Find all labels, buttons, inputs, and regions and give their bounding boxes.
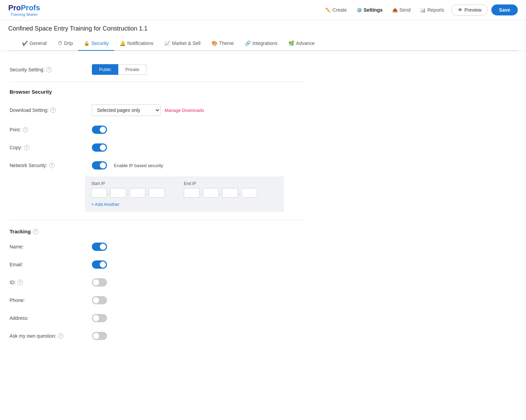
logo-subtitle: Training Maker [8,12,40,16]
end-ip-1[interactable] [184,188,200,198]
security-setting-label: Security Setting: ? [10,67,85,72]
save-button[interactable]: Save [491,4,518,15]
start-ip-3[interactable] [130,188,145,198]
copy-toggle[interactable] [92,143,107,152]
tracking-address-label: Address: [10,315,85,321]
tab-advance[interactable]: 🌿 Advance [283,36,320,51]
print-row: Print: ? [10,121,306,139]
tracking-ask-label: Ask my own question: ? [10,333,85,339]
tracking-email-label: Email: [10,262,85,267]
tracking-title: Tracking [10,229,31,234]
drip-icon: ⏱ [58,40,62,46]
tab-notifications[interactable]: 🔔 Notifications [114,36,159,51]
end-ip-inputs: . . . [184,188,263,198]
print-control [92,126,107,134]
main-content: Security Setting: ? Public Private Brows… [0,51,315,353]
ask-toggle[interactable] [92,332,107,340]
id-help-icon[interactable]: ? [17,280,23,285]
id-toggle[interactable] [92,278,107,287]
gear-icon: ⚙️ [357,8,362,13]
end-ip-2[interactable] [203,188,219,198]
nav-reports-label: Reports [427,7,444,13]
tab-theme[interactable]: 🎨 Theme [206,36,240,51]
tracking-email-row: Email: [10,256,306,273]
tracking-ask-row: Ask my own question: ? [10,327,306,345]
security-setting-help-icon[interactable]: ? [46,67,52,72]
tracking-id-control [92,278,107,287]
preview-button[interactable]: 👁 Preview [451,4,488,15]
tracking-phone-control [92,296,107,304]
tab-market-sell-label: Market & Sell [172,40,200,46]
ip-box: Start IP . . . End IP . [85,176,284,212]
nav-create[interactable]: ✏️ Create [325,7,347,13]
browser-security-section: Browser Security Download Setting: ? Sel… [10,84,306,214]
security-setting-row: Security Setting: ? Public Private [10,59,306,80]
tab-integrations-label: Integrations [252,40,277,46]
print-help-icon[interactable]: ? [23,127,28,132]
name-toggle[interactable] [92,243,107,251]
email-toggle[interactable] [92,260,107,269]
tab-security[interactable]: 🔒 Security [78,36,114,51]
manage-downloads-link[interactable]: Manage Downloads [165,108,204,113]
logo-text: ProProfs [8,3,40,12]
network-help-icon[interactable]: ? [49,163,55,168]
copy-control [92,143,107,152]
add-another-link[interactable]: + Add Another [91,202,119,207]
name-slider [92,243,107,251]
nav-create-label: Create [333,7,347,13]
start-ip-2[interactable] [110,188,126,198]
private-button[interactable]: Private [118,64,146,75]
phone-slider [92,296,107,304]
tracking-email-control [92,260,107,269]
start-ip-label: Start IP [91,181,170,186]
tracking-phone-label: Phone: [10,298,85,303]
reports-icon: 📊 [420,8,426,13]
copy-slider [92,143,107,152]
download-setting-select[interactable]: Selected pages only All pages No downloa… [92,104,160,116]
copy-row: Copy: ? [10,139,306,156]
tracking-help-icon[interactable]: ? [33,229,38,234]
logo-pro2: Profs [21,3,40,12]
tracking-header: Tracking ? [10,222,306,238]
tab-general-label: General [29,40,47,46]
save-label: Save [499,7,510,13]
tracking-ask-control [92,332,107,340]
download-setting-control: Selected pages only All pages No downloa… [92,104,204,116]
print-toggle[interactable] [92,126,107,134]
end-ip-label: End IP [184,181,263,186]
phone-toggle[interactable] [92,296,107,304]
eye-icon: 👁 [458,7,463,13]
nav-reports[interactable]: 📊 Reports [420,7,444,13]
end-ip-3[interactable] [222,188,238,198]
ask-help-icon[interactable]: ? [58,333,63,339]
network-security-slider [92,161,107,170]
browser-security-title: Browser Security [10,89,306,95]
end-ip-4[interactable] [241,188,257,198]
download-help-icon[interactable]: ? [50,107,56,113]
nav-send[interactable]: 📤 Send [392,7,411,13]
tab-integrations[interactable]: 🔗 Integrations [239,36,283,51]
start-ip-4[interactable] [149,188,165,198]
nav-settings[interactable]: ⚙️ Settings [357,7,383,13]
tracking-name-label: Name: [10,244,85,249]
tab-market-sell[interactable]: 📈 Market & Sell [159,36,206,51]
nav-settings-label: Settings [364,7,383,13]
copy-help-icon[interactable]: ? [24,145,29,150]
tab-drip[interactable]: ⏱ Drip [52,36,79,51]
divider-2 [10,220,306,220]
public-button[interactable]: Public [92,64,118,75]
tracking-address-row: Address: [10,309,306,327]
start-ip-1[interactable] [91,188,107,198]
ask-slider [92,332,107,340]
page-title: Confined Space Entry Training for Constr… [8,25,518,32]
public-private-toggle: Public Private [92,64,146,75]
network-security-label: Network Security: ? [10,163,85,168]
tab-general[interactable]: ✔️ General [16,36,52,51]
network-security-toggle[interactable] [92,161,107,170]
tracking-phone-row: Phone: [10,291,306,309]
email-slider [92,260,107,269]
theme-icon: 🎨 [212,40,217,46]
download-setting-row: Download Setting: ? Selected pages only … [10,100,306,121]
print-slider [92,126,107,134]
address-toggle[interactable] [92,314,107,322]
